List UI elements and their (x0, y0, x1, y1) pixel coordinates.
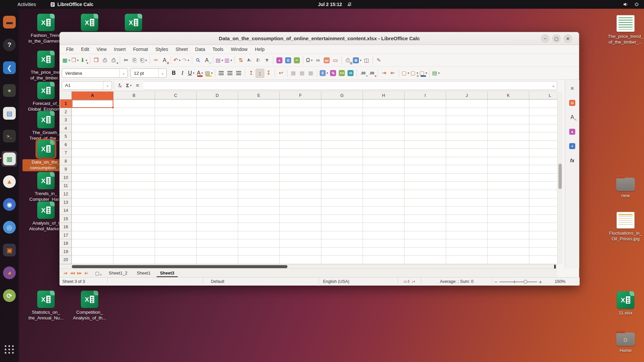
undo-dropdown-icon[interactable]: ▾ (179, 59, 181, 62)
row-header-11[interactable]: 11 (60, 182, 71, 190)
show-applications-button[interactable] (3, 343, 16, 356)
desktop-icon-file-competition-analysis[interactable]: XCompetition_ Analysis_of_th... (72, 290, 107, 321)
page-style[interactable]: Default (203, 278, 319, 286)
format-as-currency-button[interactable]: 0▾ (319, 69, 329, 78)
fill-handle[interactable] (112, 106, 114, 109)
desktop-icon-file-statistics-annual[interactable]: XStatistics_on_ the_Annual_Nu... (29, 290, 63, 321)
zoom-level[interactable]: 150% (550, 278, 570, 286)
freeze-rows-columns-button[interactable]: ▦▾ (352, 56, 362, 65)
menu-styles[interactable]: Styles (152, 45, 172, 54)
row-header-3[interactable]: 3 (60, 116, 71, 124)
paste-dropdown-icon[interactable]: ▾ (145, 59, 147, 62)
dock-libreoffice-writer-button[interactable]: ▤ (3, 107, 16, 120)
insert-pivot-table-button[interactable]: ↵ (292, 56, 301, 65)
row-header-15[interactable]: 15 (60, 215, 71, 223)
special-character-button[interactable]: Ω▾ (305, 56, 314, 65)
menu-format[interactable]: Format (129, 45, 152, 54)
navigator-deck-button[interactable]: ● (568, 141, 577, 150)
underline-dropdown-icon[interactable]: ▾ (193, 71, 195, 75)
desktop-icon-folder-home[interactable]: ⌂Home (608, 328, 643, 354)
column-header-f[interactable]: F (280, 92, 321, 99)
font-color-dropdown-icon[interactable]: ▾ (202, 71, 203, 75)
zoom-out-icon[interactable]: − (494, 279, 497, 285)
row-header-17[interactable]: 17 (60, 231, 71, 240)
column-header-l[interactable]: L (529, 92, 557, 99)
split-handle[interactable] (554, 265, 556, 268)
align-bottom-button[interactable]: ↧ (264, 69, 273, 78)
sheet-tab-sheet1[interactable]: Sheet1 (132, 269, 155, 277)
selected-cell-a1[interactable] (72, 100, 113, 108)
menu-file[interactable]: File (62, 45, 77, 54)
selection-mode[interactable]: ▭I↓● (398, 278, 421, 286)
insert-chart-button[interactable]: ▥ (284, 56, 292, 65)
formula-input-line[interactable] (143, 81, 557, 90)
sheet-position[interactable]: Sheet 3 of 3 (60, 278, 108, 286)
merge-and-center-cells-button[interactable]: ▦ (289, 69, 298, 78)
merge-cells-button[interactable]: ▦ (298, 69, 307, 78)
desktop-icon-file-11-xlsx[interactable]: X11.xlsx (608, 291, 643, 316)
insert-image-button[interactable]: ▲ (275, 56, 284, 65)
maximize-button[interactable]: ▢ (552, 34, 561, 43)
column-header-c[interactable]: C (155, 92, 197, 99)
column-header-h[interactable]: H (363, 92, 405, 99)
horizontal-scrollbar-thumb[interactable] (72, 265, 287, 268)
conditional-formatting-dropdown-icon[interactable]: ▾ (438, 71, 440, 75)
format-as-currency-dropdown-icon[interactable]: ▾ (327, 71, 328, 75)
first-sheet-button[interactable]: |◀ (62, 270, 69, 277)
dock-terminal-button[interactable]: >_ (3, 129, 16, 143)
font-size-combo[interactable]: 12 pt ⌄ (130, 68, 167, 78)
row-header-6[interactable]: 6 (60, 141, 71, 149)
special-character-dropdown-icon[interactable]: ▾ (311, 59, 313, 62)
column-header-a[interactable]: A (72, 92, 113, 99)
column-header-j[interactable]: J (446, 92, 488, 99)
print-button[interactable]: ⎙ (101, 56, 109, 65)
font-name-combo[interactable]: Verdana ⌄ (62, 68, 128, 78)
desktop-icon-file-analysis-alcohol-market[interactable]: XAnalysis_of_t Alcohol_Marke... (29, 201, 63, 232)
format-as-date-button[interactable]: 15 (346, 69, 355, 78)
spelling-button[interactable]: A✓ (203, 56, 211, 65)
dock-vscode-button[interactable]: ❮ (3, 61, 16, 74)
sum-average-status[interactable]: Average: ; Sum: 0 (421, 278, 492, 286)
desktop-icon-file-trends-computer-hardware[interactable]: XTrends_in_ Computer_Har... (29, 172, 63, 202)
format-as-percent-button[interactable]: % (329, 69, 337, 78)
copy-button[interactable]: ⎘ (130, 56, 139, 65)
wrap-text-button[interactable]: ↩ (277, 69, 285, 78)
row-header-12[interactable]: 12 (60, 190, 71, 198)
redo-button[interactable]: ↷▾ (181, 56, 190, 65)
clear-formatting-button[interactable]: A⊘ (160, 56, 169, 65)
row-header-19[interactable]: 19 (60, 248, 71, 256)
show-draw-functions-button[interactable]: ✎ (375, 56, 383, 65)
row-header-20[interactable]: 20 (60, 256, 71, 264)
desktop-icon-file-spreadsheet-3[interactable]: X (116, 13, 151, 32)
activities-button[interactable]: Activities (15, 0, 38, 9)
delete-decimal-place-button[interactable]: .00× (367, 69, 376, 78)
add-sheet-button[interactable]: ▢+ (93, 270, 101, 277)
new-button[interactable]: ▦▾ (62, 56, 71, 65)
select-all-corner[interactable] (60, 92, 72, 100)
menu-view[interactable]: View (93, 45, 110, 54)
sort-descending-button[interactable]: Z↑ (254, 56, 263, 65)
add-decimal-place-button[interactable]: .00+ (359, 69, 367, 78)
headers-and-footers-button[interactable]: ▭ (331, 56, 340, 65)
desktop-icon-file-data-consumption[interactable]: XData_on_the_ consumption_... (29, 140, 63, 171)
next-sheet-button[interactable]: ▶▶ (76, 270, 83, 277)
conditional-formatting-button[interactable]: ▤▾ (431, 69, 440, 78)
minimize-button[interactable]: − (541, 34, 549, 43)
chevron-down-icon[interactable]: ⌄ (158, 69, 166, 77)
properties-deck-button[interactable]: ▤ (568, 98, 577, 107)
align-right-button[interactable] (234, 69, 243, 78)
sort-button[interactable]: ⇅ (236, 56, 245, 65)
title-bar[interactable]: Data_on_the_consumption_of_online_entert… (60, 32, 579, 45)
borders-dropdown-icon[interactable]: ▾ (408, 71, 409, 75)
desktop-icon-file-fluctuations-oil-prices[interactable]: Fluctuations_in_ Oil_Prices.jpg (608, 211, 643, 242)
align-top-button[interactable]: ↥ (247, 69, 256, 78)
bold-button[interactable]: B (169, 69, 178, 78)
insert-hyperlink-button[interactable]: ∞ (314, 56, 322, 65)
decrease-indent-button[interactable]: ⇤ (388, 69, 397, 78)
row-header-10[interactable]: 10 (60, 174, 71, 182)
row-header-1[interactable]: 1 (60, 100, 71, 108)
dock-media-player-button[interactable]: ◉ (3, 198, 16, 211)
menu-sheet[interactable]: Sheet (172, 45, 192, 54)
highlighting-color-button[interactable]: ▧▾ (204, 69, 213, 78)
dock-libreoffice-calc-button[interactable]: ▦ (3, 152, 16, 166)
